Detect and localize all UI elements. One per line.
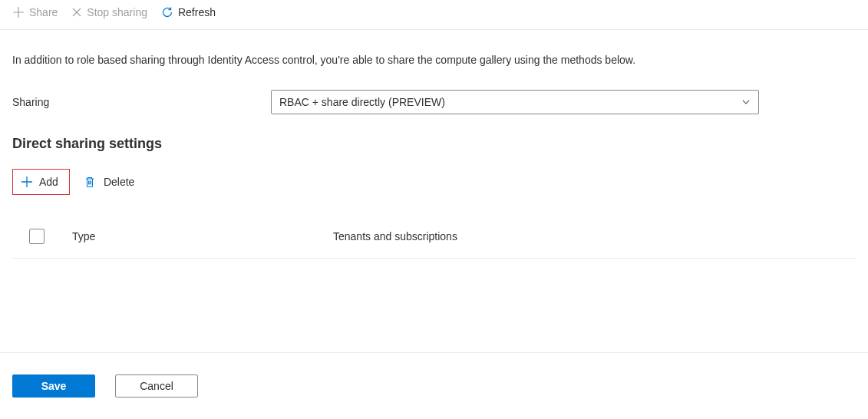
- chevron-down-icon: [741, 97, 751, 107]
- save-button[interactable]: Save: [12, 374, 95, 398]
- sharing-field: Sharing RBAC + share directly (PREVIEW): [12, 90, 856, 114]
- description-text: In addition to role based sharing throug…: [12, 53, 856, 68]
- close-icon: [71, 7, 82, 18]
- cancel-button[interactable]: Cancel: [115, 374, 198, 398]
- action-row: Add Delete: [12, 169, 856, 195]
- refresh-icon: [161, 6, 173, 18]
- plus-icon: [12, 6, 25, 18]
- direct-sharing-heading: Direct sharing settings: [12, 136, 856, 152]
- content-area: In addition to role based sharing throug…: [0, 30, 868, 259]
- add-label: Add: [39, 176, 58, 188]
- refresh-label: Refresh: [178, 6, 216, 18]
- select-all-checkbox[interactable]: [29, 229, 45, 244]
- delete-button[interactable]: Delete: [73, 170, 145, 194]
- add-button[interactable]: Add: [12, 169, 70, 195]
- toolbar: Share Stop sharing Refresh: [0, 0, 868, 30]
- share-label: Share: [29, 6, 58, 18]
- footer: Save Cancel: [0, 352, 868, 419]
- plus-icon: [21, 176, 33, 188]
- table-header: Type Tenants and subscriptions: [12, 216, 856, 259]
- column-tenants: Tenants and subscriptions: [333, 230, 457, 242]
- stop-sharing-button[interactable]: Stop sharing: [71, 6, 147, 18]
- sharing-label: Sharing: [12, 96, 271, 108]
- share-button[interactable]: Share: [12, 6, 58, 18]
- delete-label: Delete: [104, 176, 134, 188]
- trash-icon: [84, 176, 96, 188]
- dropdown-selected-text: RBAC + share directly (PREVIEW): [279, 96, 445, 108]
- stop-sharing-label: Stop sharing: [87, 6, 147, 18]
- refresh-button[interactable]: Refresh: [161, 6, 216, 18]
- column-type: Type: [72, 230, 333, 242]
- sharing-dropdown[interactable]: RBAC + share directly (PREVIEW): [271, 90, 759, 114]
